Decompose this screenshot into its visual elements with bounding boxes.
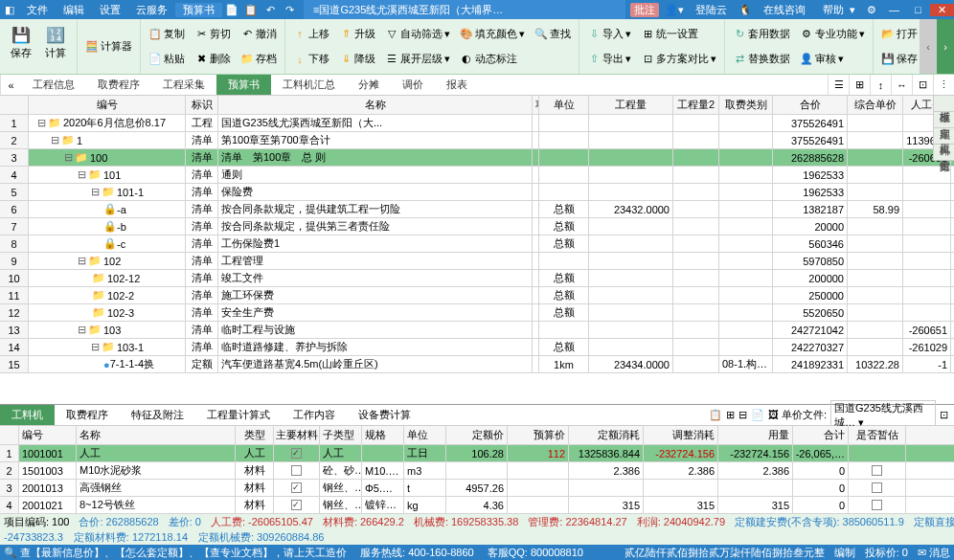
consult-icon[interactable]: 🐧 [733,4,758,16]
rtab-combo[interactable]: 组价方案 [934,145,954,161]
replace-button[interactable]: ⇄替换数据 [729,51,794,67]
bottom-tab-1[interactable]: 取费程序 [55,405,120,425]
table-row[interactable]: 11 📁 102-2 清单 施工环保费 总额 250000 [0,287,954,304]
online-consult[interactable]: 在线咨询 [758,3,811,17]
table-row[interactable]: 3 ⊟📁 100 清单 清单 第100章 总 则 262885628 -2606… [0,149,954,167]
sec-btn-1[interactable]: ☰ [828,75,849,95]
undo-button[interactable]: ↶撤消 [237,26,281,42]
open-button[interactable]: 📂打开 [877,26,921,42]
menu-file[interactable]: 文件 [19,3,56,17]
rtab-material[interactable]: 工料机库 [934,128,954,145]
delete-button[interactable]: ✖删除 [191,51,235,67]
sec-btn-2[interactable]: ⊞ [849,75,870,95]
export-button[interactable]: ⇧导出▾ [583,51,635,67]
fillcolor-button[interactable]: 🎨填充颜色▾ [456,26,529,42]
bt-icon-3[interactable]: ⊟ [738,409,747,421]
rtab-template[interactable]: 标准模板 [934,96,954,112]
table-row[interactable]: 15 ● 7-1-1-4换 定额 汽车便道路基宽4.5m(山岭重丘区) 1km … [0,356,954,373]
table-row[interactable]: 10 📁 102-12 清单 竣工文件 总额 200000 [0,270,954,287]
table-row[interactable]: 4 ⊟📁 101 清单 通则 1962533 [0,167,954,184]
menu-cloud[interactable]: 云服务 [128,3,175,17]
saveas-button[interactable]: 💾保存 [877,51,921,67]
moveup-button[interactable]: ↑上移 [289,26,333,42]
bt-icon-2[interactable]: ⊞ [726,409,735,421]
ribbon-next[interactable]: › [937,19,954,74]
calculator-button[interactable]: 🧮计算器 [81,38,136,55]
import-button[interactable]: ⇩导入▾ [583,26,635,42]
table-row[interactable]: 5 ⊟📁 101-1 清单 保险费 1962533 [0,184,954,201]
list-item[interactable]: 2 1501003 M10水泥砂浆 材料 砼、砂… M10.… m3 2.386… [0,462,954,480]
login-cloud[interactable]: 登陆云 [690,3,733,17]
maximize-button[interactable]: □ [906,4,930,15]
sec-tab-2[interactable]: 工程采集 [151,75,216,95]
cut-button[interactable]: ✂剪切 [191,26,235,42]
sec-tab-3[interactable]: 预算书 [216,75,271,95]
main-grid[interactable]: 编号 标识 名称 项目特征 单位 工程量 工程量2 取费类别 合价 综合单价 人… [0,96,954,404]
messages[interactable]: ✉ 消息 [918,546,950,560]
list-item[interactable]: 3 2001013 高强钢丝 材料 钢丝、… Φ5.… t 4957.26 0 [0,480,954,497]
unify-button[interactable]: ⊞统一设置 [637,26,702,42]
bottom-grid[interactable]: 编号 名称 类型 主要材料 子类型 规格 单位 定额价 预算价 定额消耗 调整消… [0,426,954,514]
calc-button[interactable]: 🔢计算 [38,21,73,62]
batch-badge[interactable]: 批注 [630,3,659,17]
upgrade-button[interactable]: ⇑升级 [335,26,379,42]
bottom-tab-4[interactable]: 工作内容 [282,405,347,425]
table-row[interactable]: 2 ⊟📁 1 清单 第100章至第700章合计 375526491 113966… [0,132,954,149]
archive-button[interactable]: 📁存档 [237,51,281,67]
user-icon[interactable]: 👤▾ [659,4,690,16]
menu-budget[interactable]: 预算书 [175,3,222,17]
sec-tab-5[interactable]: 分摊 [347,75,391,95]
tb-icon-1[interactable]: 📄 [222,4,241,16]
redo-icon[interactable]: ↷ [280,4,299,16]
sec-prev[interactable]: « [0,75,21,95]
bottom-tab-5[interactable]: 设备费计算 [347,405,422,425]
downgrade-button[interactable]: ⇓降级 [335,51,379,67]
sec-btn-3[interactable]: ↕ [870,75,891,95]
minimize-button[interactable]: — [882,4,906,15]
compare-button[interactable]: ⊡多方案对比▾ [637,51,720,67]
dynmark-button[interactable]: ◐动态标注 [456,51,521,67]
expand-button[interactable]: ☰展开层级▾ [381,51,454,67]
table-row[interactable]: 9 ⊟📁 102 清单 工程管理 5970850 [0,253,954,270]
bottom-tab-2[interactable]: 特征及附注 [120,405,195,425]
sec-tab-4[interactable]: 工料机汇总 [271,75,347,95]
table-row[interactable]: 13 ⊟📁 103 清单 临时工程与设施 242721042 -260651 [0,322,954,339]
menu-edit[interactable]: 编辑 [56,3,92,17]
ribbon-prev[interactable]: ‹ [920,19,937,74]
find-button[interactable]: 🔍查找 [531,26,575,42]
edit-mode[interactable]: 编制 [834,546,855,560]
apply-button[interactable]: ↻套用数据 [729,26,794,42]
bt-icon-5[interactable]: ⊡ [940,409,948,421]
table-row[interactable]: 1 ⊟📁 2020年6月信息价8.17 工程 国道G235线尤溪西城至新阳（大.… [0,115,954,132]
sec-btn-4[interactable]: ↔ [891,75,912,95]
table-row[interactable]: 7 🔒 -b 清单 按合同条款规定，提供第三者责任险 总额 20000 [0,218,954,235]
sec-btn-5[interactable]: ⊡ [912,75,933,95]
sec-tab-0[interactable]: 工程信息 [21,75,86,95]
bt-icon-4[interactable]: 📄 [751,409,764,421]
copy-button[interactable]: 📋复制 [145,26,189,42]
footer-links[interactable]: 🔍 查【最新信息价】、【怎么套定额】、【查专业文档】，请上天工造价 [4,546,347,560]
bottom-tab-0[interactable]: 工料机 [0,405,55,425]
table-row[interactable]: 12 📁 102-3 清单 安全生产费 总额 5520650 [0,304,954,322]
bt-icon-1[interactable]: 📋 [709,409,722,421]
help-menu[interactable]: 帮助▾ [811,3,861,17]
tb-icon-2[interactable]: 📋 [241,4,261,16]
sec-tab-6[interactable]: 调价 [391,75,435,95]
sec-tab-7[interactable]: 报表 [435,75,479,95]
table-row[interactable]: 14 ⊟📁 103-1 清单 临时道路修建、养护与拆除 总额 242270327… [0,339,954,356]
menu-settings[interactable]: 设置 [92,3,128,17]
settings-icon[interactable]: ⚙ [861,4,882,16]
bottom-tab-3[interactable]: 工程量计算式 [195,405,282,425]
list-item[interactable]: 1 1001001 人工 人工 人工 工日 106.28 112 1325836… [0,445,954,462]
rtab-quota[interactable]: 定额库 [934,112,954,128]
close-button[interactable]: ✕ [930,4,954,16]
expert-button[interactable]: ⚙专业功能▾ [796,26,869,42]
paste-button[interactable]: 📄粘贴 [145,51,189,67]
sec-btn-6[interactable]: ⋮ [933,75,954,95]
save-button[interactable]: 💾保存 [4,21,38,62]
movedown-button[interactable]: ↓下移 [289,51,333,67]
autofilter-button[interactable]: ▽自动筛选▾ [381,26,454,42]
audit-button[interactable]: 👤审核▾ [796,51,848,67]
table-row[interactable]: 8 🔒 -c 清单 工伤保险费1 总额 560346 [0,235,954,253]
sec-tab-1[interactable]: 取费程序 [86,75,151,95]
